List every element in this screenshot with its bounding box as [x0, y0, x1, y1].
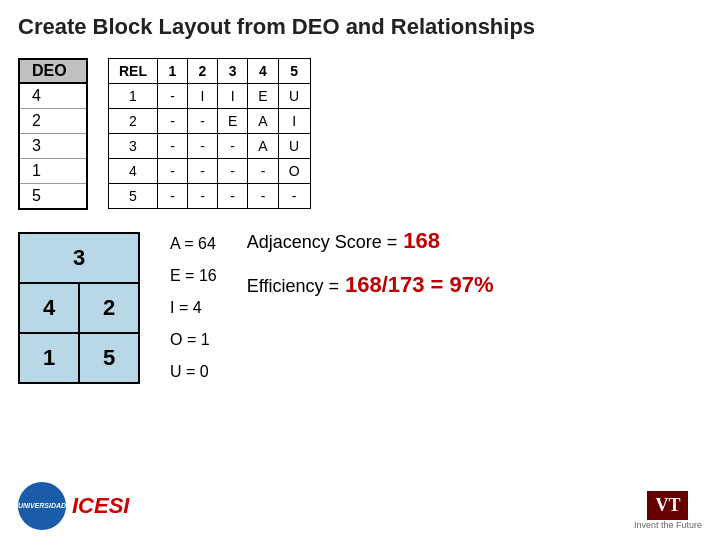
adjacency-label: Adjacency Score = — [247, 232, 398, 253]
icesi-circle-icon: UNIVERSIDAD — [18, 482, 66, 530]
rel-col-header: 2 — [188, 59, 218, 84]
table-cell: - — [218, 159, 248, 184]
table-cell: - — [248, 159, 278, 184]
table-row: 3 - - - A U — [109, 134, 311, 159]
table-row: 5 - - - - - — [109, 184, 311, 209]
score-i: I = 4 — [170, 292, 217, 324]
logo-virginia-tech: VT Invent the Future — [634, 491, 702, 530]
table-cell: - — [188, 134, 218, 159]
block-cell-2: 2 — [79, 283, 139, 333]
rel-col-header: 5 — [278, 59, 310, 84]
table-cell: A — [248, 134, 278, 159]
adjacency-result: Adjacency Score = 168 — [247, 228, 494, 254]
table-cell: - — [158, 84, 188, 109]
table-cell: 5 — [109, 184, 158, 209]
rel-section: REL 1 2 3 4 5 1 - I I E U 2 — [108, 58, 311, 210]
score-o: O = 1 — [170, 324, 217, 356]
table-cell: I — [218, 84, 248, 109]
scores-list: A = 64 E = 16 I = 4 O = 1 U = 0 — [170, 228, 217, 388]
table-cell: A — [248, 109, 278, 134]
bottom-area: 3 4 2 1 5 A = 64 E = 16 I = 4 O = 1 U = … — [0, 210, 720, 388]
main-content: DEO 4 2 3 1 5 REL 1 2 3 4 5 1 - — [0, 48, 720, 210]
table-cell: - — [188, 184, 218, 209]
efficiency-value: 168/173 = 97% — [345, 272, 494, 298]
table-cell: E — [248, 84, 278, 109]
block-cell-5: 5 — [79, 333, 139, 383]
table-cell: 1 — [109, 84, 158, 109]
adjacency-value: 168 — [403, 228, 440, 254]
table-cell: 2 — [109, 109, 158, 134]
table-cell: O — [278, 159, 310, 184]
table-cell: - — [278, 184, 310, 209]
table-row: 4 - - - - O — [109, 159, 311, 184]
table-cell: U — [278, 134, 310, 159]
block-layout-diagram: 3 4 2 1 5 — [18, 232, 140, 384]
table-cell: - — [248, 184, 278, 209]
logo-icesi: UNIVERSIDAD ICESI — [18, 482, 129, 530]
table-cell: - — [158, 134, 188, 159]
table-cell: - — [218, 134, 248, 159]
deo-row: 4 — [20, 84, 86, 109]
table-cell: I — [278, 109, 310, 134]
rel-col-header: 1 — [158, 59, 188, 84]
deo-table: DEO 4 2 3 1 5 — [18, 58, 88, 210]
table-row: 1 - I I E U — [109, 84, 311, 109]
score-a: A = 64 — [170, 228, 217, 260]
deo-row: 5 — [20, 184, 86, 208]
table-cell: - — [218, 184, 248, 209]
table-cell: - — [188, 109, 218, 134]
efficiency-label: Efficiency = — [247, 276, 339, 297]
block-grid: 3 4 2 1 5 — [18, 232, 140, 384]
table-cell: 3 — [109, 134, 158, 159]
block-cell-1: 1 — [19, 333, 79, 383]
table-cell: I — [188, 84, 218, 109]
block-cell-4: 4 — [19, 283, 79, 333]
logos-bar: UNIVERSIDAD ICESI VT Invent the Future — [18, 482, 702, 530]
rel-table: REL 1 2 3 4 5 1 - I I E U 2 — [108, 58, 311, 209]
vt-subtitle: Invent the Future — [634, 520, 702, 530]
table-cell: - — [188, 159, 218, 184]
block-cell-3: 3 — [19, 233, 139, 283]
table-cell: - — [158, 109, 188, 134]
deo-row: 3 — [20, 134, 86, 159]
table-cell: - — [158, 159, 188, 184]
table-cell: 4 — [109, 159, 158, 184]
table-cell: U — [278, 84, 310, 109]
table-cell: - — [158, 184, 188, 209]
score-e: E = 16 — [170, 260, 217, 292]
deo-row: 1 — [20, 159, 86, 184]
rel-col-header: 3 — [218, 59, 248, 84]
deo-row: 2 — [20, 109, 86, 134]
table-cell: E — [218, 109, 248, 134]
table-row: 2 - - E A I — [109, 109, 311, 134]
rel-col-header: REL — [109, 59, 158, 84]
vt-badge-icon: VT — [647, 491, 688, 520]
rel-col-header: 4 — [248, 59, 278, 84]
results-area: Adjacency Score = 168 Efficiency = 168/1… — [247, 228, 494, 298]
icesi-text: ICESI — [72, 493, 129, 519]
efficiency-result: Efficiency = 168/173 = 97% — [247, 272, 494, 298]
page-title: Create Block Layout from DEO and Relatio… — [0, 0, 720, 48]
score-u: U = 0 — [170, 356, 217, 388]
deo-header: DEO — [20, 60, 86, 84]
